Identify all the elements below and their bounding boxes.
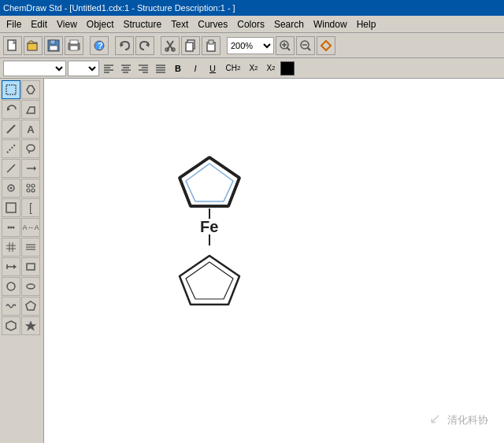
dummy-tool[interactable]: A↔A xyxy=(21,218,40,237)
molecule: Fe xyxy=(146,150,272,315)
svg-line-87 xyxy=(180,178,191,206)
formatbar: B I U CH2 X2 X2 xyxy=(0,58,504,79)
font-select[interactable] xyxy=(3,61,66,76)
svg-text:?: ? xyxy=(98,41,103,50)
chain-tool[interactable] xyxy=(21,179,40,198)
new-button[interactable] xyxy=(3,36,22,55)
svg-point-59 xyxy=(32,184,35,187)
svg-point-65 xyxy=(13,227,15,229)
grid-tool[interactable] xyxy=(2,238,20,257)
italic-button[interactable]: I xyxy=(187,61,203,76)
ch2-button[interactable]: CH2 xyxy=(222,61,244,76)
svg-marker-81 xyxy=(26,321,36,330)
svg-point-63 xyxy=(8,227,10,229)
menu-window[interactable]: Window xyxy=(309,17,352,31)
copy-button[interactable] xyxy=(181,36,200,55)
zoom-out-button[interactable] xyxy=(296,36,315,55)
justify-button[interactable] xyxy=(153,61,169,76)
svg-rect-62 xyxy=(6,203,16,212)
menu-file[interactable]: File xyxy=(2,17,26,31)
diamond-button[interactable] xyxy=(317,36,335,55)
wave-tool[interactable] xyxy=(2,297,20,316)
star-tool[interactable] xyxy=(21,316,40,335)
pentagon-tool[interactable] xyxy=(21,297,40,316)
menu-curves[interactable]: Curves xyxy=(193,17,232,31)
zoom-in-button[interactable] xyxy=(276,36,295,55)
atom-tool[interactable] xyxy=(2,179,20,198)
circle-tool[interactable] xyxy=(2,277,20,296)
ring6-tool[interactable] xyxy=(2,198,20,217)
titlebar: ChemDraw Std - [Untitled1.cdx:1 - Struct… xyxy=(0,0,504,16)
svg-marker-74 xyxy=(13,264,17,269)
undo-button[interactable] xyxy=(115,36,134,55)
paste-button[interactable] xyxy=(202,36,220,55)
svg-rect-7 xyxy=(70,40,78,44)
svg-marker-79 xyxy=(26,301,35,310)
svg-rect-44 xyxy=(6,85,16,94)
align-right-button[interactable] xyxy=(135,61,151,76)
svg-rect-3 xyxy=(50,40,55,44)
print-button[interactable] xyxy=(65,36,83,55)
menu-structure[interactable]: Structure xyxy=(119,17,167,31)
open-button[interactable] xyxy=(24,36,43,55)
lasso-tool[interactable] xyxy=(21,139,40,158)
redo-button[interactable] xyxy=(135,36,154,55)
align-left-button[interactable] xyxy=(101,61,117,76)
svg-point-50 xyxy=(27,145,35,151)
rxnarrow-tool[interactable] xyxy=(2,257,20,276)
marquee-tool[interactable] xyxy=(21,80,40,99)
svg-point-64 xyxy=(10,227,13,229)
svg-marker-91 xyxy=(180,256,239,305)
zoom-select[interactable]: 50% 100% 150% 200% 400% xyxy=(227,37,274,54)
svg-rect-19 xyxy=(209,40,213,44)
bracket-tool[interactable]: [ xyxy=(21,198,40,217)
menu-help[interactable]: Help xyxy=(352,17,381,31)
svg-point-78 xyxy=(27,284,35,289)
menu-search[interactable]: Search xyxy=(269,17,309,31)
menu-view[interactable]: View xyxy=(52,17,82,31)
fe-label: Fe xyxy=(200,218,218,235)
hexagon-tool[interactable] xyxy=(2,316,20,335)
subscript-button[interactable]: X2 xyxy=(246,61,261,76)
menu-object[interactable]: Object xyxy=(82,17,119,31)
menu-edit[interactable]: Edit xyxy=(26,17,52,31)
svg-point-77 xyxy=(7,282,15,290)
bold-button[interactable]: B xyxy=(170,61,186,76)
align-center-button[interactable] xyxy=(118,61,134,76)
svg-line-85 xyxy=(228,178,239,206)
underline-button[interactable]: U xyxy=(205,61,220,76)
menu-colors[interactable]: Colors xyxy=(232,17,269,31)
svg-point-57 xyxy=(10,187,13,190)
save-button[interactable] xyxy=(44,36,63,55)
erase-tool[interactable] xyxy=(21,100,40,119)
svg-point-58 xyxy=(27,184,30,187)
svg-marker-55 xyxy=(34,166,36,171)
svg-line-48 xyxy=(7,125,15,133)
svg-rect-4 xyxy=(50,46,57,50)
select-tool[interactable] xyxy=(2,80,20,99)
svg-line-49 xyxy=(7,145,15,153)
canvas[interactable]: Fe ↙ 清化科协 xyxy=(44,79,504,443)
svg-marker-80 xyxy=(6,321,16,330)
rotate-tool[interactable] xyxy=(2,100,20,119)
square-tool[interactable] xyxy=(21,257,40,276)
svg-marker-45 xyxy=(27,86,35,94)
hash-bond-tool[interactable] xyxy=(2,159,20,178)
svg-marker-47 xyxy=(27,107,35,113)
symbol-tool[interactable] xyxy=(21,238,40,257)
dots-tool[interactable] xyxy=(2,218,20,237)
cut-button[interactable] xyxy=(161,36,180,55)
text-tool[interactable]: A xyxy=(21,120,40,138)
superscript-button[interactable]: X2 xyxy=(263,61,279,76)
svg-point-61 xyxy=(32,189,35,192)
color-picker[interactable] xyxy=(280,61,295,76)
dashed-bond-tool[interactable] xyxy=(2,139,20,158)
menu-text[interactable]: Text xyxy=(166,17,193,31)
size-select[interactable] xyxy=(68,61,99,76)
line-tool[interactable] xyxy=(2,120,20,138)
ellipse-tool[interactable] xyxy=(21,277,40,296)
arrow-tool[interactable] xyxy=(21,159,40,178)
titlebar-text: ChemDraw Std - [Untitled1.cdx:1 - Struct… xyxy=(3,3,235,13)
help-button[interactable]: ? xyxy=(90,36,109,55)
svg-rect-76 xyxy=(27,264,35,270)
